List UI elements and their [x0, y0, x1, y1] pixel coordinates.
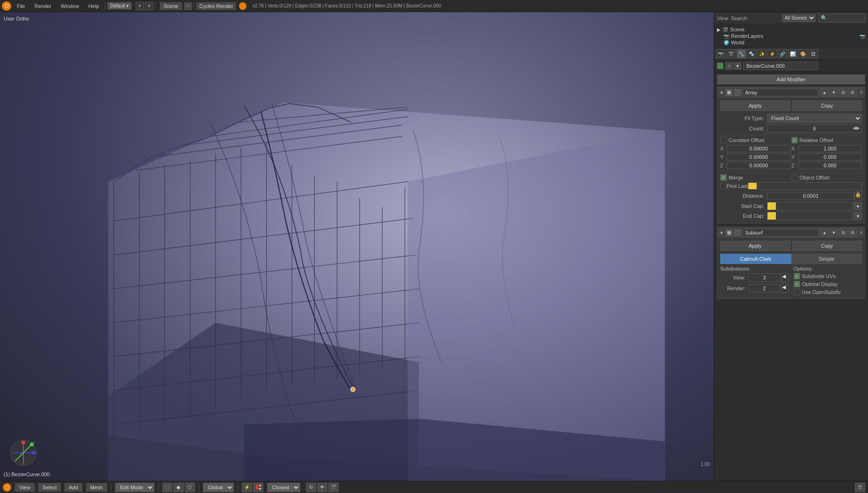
- outliner-view-btn[interactable]: View: [717, 15, 728, 21]
- start-cap-field[interactable]: [777, 202, 853, 210]
- optimal-display-cb[interactable]: ✓: [794, 281, 800, 287]
- bottom-extra-icon1[interactable]: ↻: [306, 483, 316, 492]
- object-color-indicator[interactable]: [717, 63, 723, 69]
- modifier-subsurf-apply-btn[interactable]: Apply: [720, 241, 790, 251]
- render-engine-icon[interactable]: [239, 2, 246, 10]
- prop-tab-physics[interactable]: ⚡: [767, 49, 777, 58]
- rel-z-val[interactable]: 0.000: [798, 162, 862, 169]
- modifier-array-apply-btn[interactable]: Apply: [720, 100, 790, 111]
- add-modifier-btn[interactable]: Add Modifier: [717, 74, 865, 85]
- const-x-val[interactable]: 0.00000: [727, 145, 791, 152]
- constant-offset-cb[interactable]: [720, 137, 727, 143]
- tree-item-world[interactable]: 🌍 World: [717, 39, 865, 46]
- object-icon-btn1[interactable]: ○: [725, 62, 733, 70]
- modifier-array-copy-icon[interactable]: ⧉: [839, 88, 847, 97]
- subdivide-uvs-cb[interactable]: ✓: [794, 273, 800, 279]
- modifier-subsurf-down[interactable]: ▼: [830, 229, 838, 237]
- start-cap-color[interactable]: [767, 202, 776, 210]
- modifier-array-expand[interactable]: ▼: [719, 90, 724, 95]
- menu-file[interactable]: File: [13, 2, 29, 10]
- simple-tab[interactable]: Simple: [791, 254, 862, 264]
- prop-tab-render[interactable]: 📷: [716, 49, 725, 58]
- bottom-mesh-btn[interactable]: Mesh: [86, 483, 107, 492]
- workspace-select[interactable]: Default ▾: [107, 2, 132, 10]
- modifier-array-visibility[interactable]: [726, 89, 732, 96]
- nav-widget[interactable]: Z X Y: [9, 439, 37, 467]
- bottom-icon-1[interactable]: ⬚: [162, 483, 173, 492]
- tree-item-renderlayers[interactable]: 📷 RenderLayers 📷: [717, 33, 865, 39]
- modifier-array-close[interactable]: ×: [860, 89, 863, 96]
- bottom-icon-3[interactable]: ⬡: [185, 483, 195, 492]
- workspace-remove[interactable]: ×: [145, 2, 153, 10]
- merge-cb[interactable]: ✓: [720, 174, 727, 181]
- render-engine[interactable]: Cycles Render: [196, 2, 236, 10]
- bottom-snap-select[interactable]: Closest: [267, 483, 300, 492]
- catmull-clark-tab[interactable]: Catmull-Clark: [720, 254, 791, 264]
- bottom-mode-select[interactable]: Edit Mode: [115, 483, 154, 492]
- end-cap-btn[interactable]: ▾: [854, 212, 862, 220]
- modifier-subsurf-settings[interactable]: ⚙: [848, 229, 857, 237]
- render-arrow[interactable]: ◀: [781, 284, 789, 293]
- modifier-subsurf-visibility[interactable]: [726, 229, 732, 236]
- menu-window[interactable]: Window: [57, 2, 83, 10]
- modifier-array-name[interactable]: [743, 89, 818, 96]
- end-cap-field[interactable]: [777, 212, 853, 220]
- prop-tab-object[interactable]: 🔧: [737, 49, 746, 58]
- bottom-extra-icon3[interactable]: 🎬: [328, 483, 339, 492]
- menu-render[interactable]: Render: [31, 2, 55, 10]
- prop-tab-data[interactable]: 📊: [788, 49, 797, 58]
- modifier-array-render[interactable]: [734, 89, 741, 96]
- modifier-subsurf-copy-btn[interactable]: Copy: [792, 241, 862, 251]
- modifier-subsurf-name[interactable]: [743, 229, 818, 236]
- scene-name[interactable]: Scene: [159, 2, 182, 10]
- modifier-subsurf-render[interactable]: [734, 229, 741, 236]
- viewport[interactable]: User Ortho: [0, 12, 714, 481]
- bottom-pivot-select[interactable]: Global: [203, 483, 234, 492]
- modifier-subsurf-expand[interactable]: ▼: [719, 230, 724, 236]
- bottom-snap-icon2[interactable]: 🧲: [253, 483, 263, 492]
- modifier-subsurf-up[interactable]: ▲: [820, 229, 829, 237]
- outliner-search-btn[interactable]: Search: [731, 15, 747, 21]
- render-value[interactable]: 2: [748, 284, 781, 293]
- menu-help[interactable]: Help: [85, 2, 103, 10]
- prop-tab-scene[interactable]: 🎬: [726, 49, 736, 58]
- view-value[interactable]: 3: [748, 273, 781, 282]
- prop-tab-modifier[interactable]: 🔩: [747, 49, 756, 58]
- first-last-dropdown[interactable]: [758, 182, 862, 190]
- distance-lock[interactable]: 🔒: [854, 191, 862, 200]
- fit-type-select[interactable]: Fixed Count: [767, 114, 862, 123]
- rel-y-val[interactable]: 0.000: [798, 153, 862, 161]
- bottom-timeline-icon[interactable]: ⏱: [855, 483, 865, 492]
- const-z-val[interactable]: 0.00000: [727, 162, 791, 169]
- bottom-select-btn[interactable]: Select: [38, 483, 61, 492]
- object-icon-btn2[interactable]: ●: [734, 62, 741, 70]
- bottom-snap-icon1[interactable]: ⚡: [242, 483, 252, 492]
- modifier-array-down[interactable]: ▼: [830, 88, 838, 97]
- modifier-array-copy-btn[interactable]: Copy: [792, 100, 862, 111]
- bottom-extra-icon2[interactable]: 👁: [317, 483, 327, 492]
- prop-tab-texture[interactable]: 🖼: [809, 49, 818, 58]
- outliner-search[interactable]: 🔍: [818, 14, 865, 22]
- end-cap-color[interactable]: [767, 212, 776, 220]
- count-value[interactable]: 6: [767, 124, 862, 133]
- modifier-array-up[interactable]: ▲: [820, 88, 829, 97]
- all-scenes-select[interactable]: All Scenes: [782, 14, 816, 22]
- use-opensubdiv-cb[interactable]: [794, 289, 800, 295]
- bottom-view-btn[interactable]: View: [15, 483, 35, 492]
- rel-x-val[interactable]: 1.000: [798, 145, 862, 152]
- first-last-cb[interactable]: [720, 183, 727, 189]
- scene-add[interactable]: +: [184, 2, 192, 10]
- relative-offset-cb[interactable]: ✓: [791, 137, 798, 143]
- modifier-array-settings[interactable]: ⚙: [848, 88, 857, 97]
- modifier-subsurf-close[interactable]: ×: [860, 229, 863, 236]
- workspace-add[interactable]: +: [136, 2, 144, 10]
- first-last-color[interactable]: [748, 182, 757, 190]
- tree-item-scene[interactable]: ▶ 🎬 Scene: [717, 26, 865, 33]
- object-name-field[interactable]: [743, 62, 818, 70]
- bottom-icon-2[interactable]: ◉: [174, 483, 184, 492]
- const-y-val[interactable]: 0.00000: [727, 153, 791, 161]
- start-cap-btn[interactable]: ▾: [854, 202, 862, 210]
- view-arrow[interactable]: ◀: [781, 273, 789, 282]
- prop-tab-particles[interactable]: ✨: [757, 49, 767, 58]
- object-offset-cb[interactable]: [791, 174, 798, 181]
